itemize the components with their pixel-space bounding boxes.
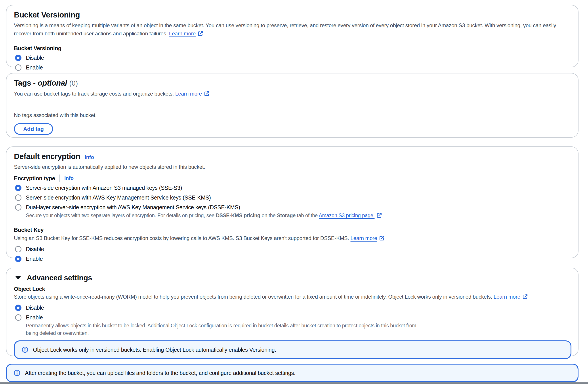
create-bucket-settings-page: Bucket Versioning Versioning is a means … bbox=[0, 0, 588, 384]
object-lock-description: Store objects using a write-once-read-ma… bbox=[14, 293, 569, 302]
bucket-key-enable-option[interactable]: Enable bbox=[14, 255, 570, 263]
object-lock-disable-option[interactable]: Disable bbox=[14, 304, 570, 312]
bucket-key-label: Bucket Key bbox=[14, 226, 570, 234]
learn-more-link[interactable]: Learn more bbox=[351, 235, 377, 241]
tags-description: You can use bucket tags to track storage… bbox=[14, 90, 569, 99]
radio-button[interactable] bbox=[15, 185, 21, 191]
versioning-disable-option[interactable]: Disable bbox=[14, 54, 570, 62]
default-encryption-card: Default encryption Info Server-side encr… bbox=[6, 146, 579, 258]
radio-label[interactable]: Server-side encryption with AWS Key Mana… bbox=[26, 194, 211, 201]
encryption-dsse-kms-option[interactable]: Dual-layer server-side encryption with A… bbox=[14, 203, 570, 211]
object-lock-label: Object Lock bbox=[14, 285, 570, 293]
learn-more-link[interactable]: Learn more bbox=[169, 30, 196, 37]
radio-label[interactable]: Enable bbox=[26, 64, 43, 71]
bucket-versioning-description-text: Versioning is a means of keeping multipl… bbox=[14, 22, 556, 37]
section-title-bucket-versioning: Bucket Versioning bbox=[14, 10, 570, 20]
bucket-versioning-field-label: Bucket Versioning bbox=[14, 45, 570, 52]
advanced-settings-title: Advanced settings bbox=[27, 273, 92, 282]
encryption-sse-kms-option[interactable]: Server-side encryption with AWS Key Mana… bbox=[14, 194, 570, 202]
info-link[interactable]: Info bbox=[64, 175, 74, 181]
object-lock-enable-note: Permanently allows objects in this bucke… bbox=[26, 322, 424, 337]
footer-info-alert: After creating the bucket, you can uploa… bbox=[6, 364, 579, 382]
radio-button[interactable] bbox=[15, 55, 21, 61]
radio-label[interactable]: Disable bbox=[26, 246, 44, 252]
caret-down-icon[interactable] bbox=[15, 276, 21, 280]
advanced-settings-card: Advanced settings Object Lock Store obje… bbox=[6, 268, 579, 356]
section-title-tags: Tags - optional(0) bbox=[14, 78, 570, 88]
radio-button[interactable] bbox=[15, 246, 21, 252]
radio-button[interactable] bbox=[15, 204, 21, 211]
external-link-icon bbox=[379, 235, 385, 243]
versioning-enable-option[interactable]: Enable bbox=[14, 64, 570, 71]
radio-button[interactable] bbox=[15, 194, 21, 201]
radio-label[interactable]: Disable bbox=[26, 55, 44, 61]
bucket-key-disable-option[interactable]: Disable bbox=[14, 245, 570, 253]
encryption-type-label: Encryption type bbox=[14, 175, 55, 182]
external-link-icon bbox=[376, 212, 382, 220]
external-link-icon bbox=[522, 294, 528, 302]
learn-more-link[interactable]: Learn more bbox=[175, 91, 202, 97]
alert-message: Object Lock works only in versioned buck… bbox=[33, 347, 276, 353]
encryption-sse-s3-option[interactable]: Server-side encryption with Amazon S3 ma… bbox=[14, 184, 570, 192]
radio-button[interactable] bbox=[15, 256, 21, 262]
object-lock-info-alert: Object Lock works only in versioned buck… bbox=[14, 340, 571, 359]
external-link-icon bbox=[204, 91, 210, 99]
pricing-page-link[interactable]: Amazon S3 pricing page. bbox=[319, 213, 375, 218]
tags-count: (0) bbox=[69, 79, 78, 87]
advanced-settings-toggle[interactable]: Advanced settings bbox=[14, 273, 570, 282]
radio-button[interactable] bbox=[15, 314, 21, 321]
divider bbox=[60, 175, 60, 182]
radio-button[interactable] bbox=[15, 305, 21, 311]
info-link[interactable]: Info bbox=[85, 154, 94, 160]
radio-label[interactable]: Disable bbox=[26, 305, 44, 311]
radio-label[interactable]: Enable bbox=[26, 256, 43, 262]
radio-button[interactable] bbox=[15, 64, 21, 71]
tags-optional-label: optional bbox=[38, 79, 67, 87]
dsse-kms-note: Secure your objects with two separate la… bbox=[26, 212, 570, 220]
add-tag-button[interactable]: Add tag bbox=[14, 123, 53, 135]
viewport-bottom-edge bbox=[0, 383, 588, 384]
external-link-icon bbox=[197, 30, 203, 39]
info-icon bbox=[21, 346, 28, 353]
section-title-default-encryption: Default encryption bbox=[14, 151, 80, 161]
object-lock-enable-option[interactable]: Enable bbox=[14, 314, 570, 321]
tags-card: Tags - optional(0) You can use bucket ta… bbox=[6, 73, 579, 137]
learn-more-link[interactable]: Learn more bbox=[494, 294, 520, 300]
radio-label[interactable]: Enable bbox=[26, 314, 43, 321]
bucket-versioning-card: Bucket Versioning Versioning is a means … bbox=[6, 5, 579, 67]
bucket-versioning-description: Versioning is a means of keeping multipl… bbox=[14, 21, 569, 39]
radio-label[interactable]: Dual-layer server-side encryption with A… bbox=[26, 204, 240, 211]
default-encryption-description: Server-side encryption is automatically … bbox=[14, 163, 569, 171]
info-icon bbox=[14, 369, 21, 377]
radio-label[interactable]: Server-side encryption with Amazon S3 ma… bbox=[26, 185, 182, 191]
bucket-key-description: Using an S3 Bucket Key for SSE-KMS reduc… bbox=[14, 234, 569, 243]
no-tags-message: No tags associated with this bucket. bbox=[14, 111, 570, 119]
alert-message: After creating the bucket, you can uploa… bbox=[25, 370, 295, 376]
